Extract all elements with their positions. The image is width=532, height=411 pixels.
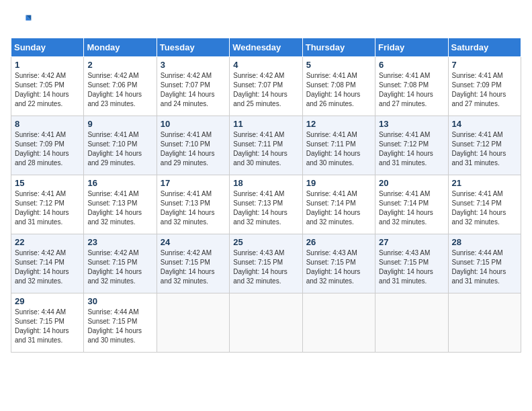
day-info: Sunrise: 4:42 AM Sunset: 7:06 PM Dayligh…: [87, 71, 152, 109]
calendar-day-cell: 5Sunrise: 4:41 AM Sunset: 7:08 PM Daylig…: [302, 57, 375, 116]
day-number: 2: [87, 60, 152, 70]
logo: [11, 11, 35, 32]
calendar-day-cell: 13Sunrise: 4:41 AM Sunset: 7:12 PM Dayli…: [375, 116, 448, 175]
day-number: 9: [87, 119, 152, 129]
calendar-day-cell: 19Sunrise: 4:41 AM Sunset: 7:14 PM Dayli…: [302, 175, 375, 234]
calendar-day-cell: 15Sunrise: 4:41 AM Sunset: 7:12 PM Dayli…: [11, 175, 84, 234]
day-info: Sunrise: 4:41 AM Sunset: 7:09 PM Dayligh…: [15, 130, 80, 168]
calendar-day-cell: 8Sunrise: 4:41 AM Sunset: 7:09 PM Daylig…: [11, 116, 84, 175]
calendar-day-header: Monday: [84, 38, 157, 57]
calendar-day-cell: 2Sunrise: 4:42 AM Sunset: 7:06 PM Daylig…: [84, 57, 157, 116]
day-number: 7: [452, 60, 517, 70]
calendar-day-cell: 14Sunrise: 4:41 AM Sunset: 7:12 PM Dayli…: [448, 116, 521, 175]
day-number: 5: [306, 60, 371, 70]
calendar-empty-cell: [448, 293, 521, 353]
day-number: 6: [379, 60, 444, 70]
calendar-day-cell: 16Sunrise: 4:41 AM Sunset: 7:13 PM Dayli…: [84, 175, 157, 234]
day-number: 21: [452, 178, 517, 188]
day-number: 14: [452, 119, 517, 129]
day-info: Sunrise: 4:42 AM Sunset: 7:14 PM Dayligh…: [15, 248, 80, 286]
day-info: Sunrise: 4:41 AM Sunset: 7:13 PM Dayligh…: [161, 189, 226, 227]
day-number: 13: [379, 119, 444, 129]
calendar-day-cell: 12Sunrise: 4:41 AM Sunset: 7:11 PM Dayli…: [302, 116, 375, 175]
day-info: Sunrise: 4:44 AM Sunset: 7:15 PM Dayligh…: [452, 248, 517, 286]
calendar-empty-cell: [157, 293, 229, 353]
calendar-day-cell: 29Sunrise: 4:44 AM Sunset: 7:15 PM Dayli…: [11, 293, 84, 353]
day-info: Sunrise: 4:44 AM Sunset: 7:15 PM Dayligh…: [87, 308, 152, 345]
day-number: 8: [15, 119, 80, 129]
day-number: 30: [87, 296, 152, 306]
calendar-day-cell: 28Sunrise: 4:44 AM Sunset: 7:15 PM Dayli…: [448, 234, 521, 293]
day-number: 27: [379, 237, 444, 247]
calendar-week-row: 15Sunrise: 4:41 AM Sunset: 7:12 PM Dayli…: [11, 175, 521, 234]
day-number: 24: [161, 237, 226, 247]
calendar-day-cell: 30Sunrise: 4:44 AM Sunset: 7:15 PM Dayli…: [84, 293, 157, 353]
day-info: Sunrise: 4:41 AM Sunset: 7:13 PM Dayligh…: [87, 189, 152, 227]
calendar-day-cell: 24Sunrise: 4:42 AM Sunset: 7:15 PM Dayli…: [157, 234, 229, 293]
day-number: 16: [87, 178, 152, 188]
calendar-day-cell: 1Sunrise: 4:42 AM Sunset: 7:05 PM Daylig…: [11, 57, 84, 116]
day-info: Sunrise: 4:41 AM Sunset: 7:12 PM Dayligh…: [15, 189, 80, 227]
calendar-week-row: 1Sunrise: 4:42 AM Sunset: 7:05 PM Daylig…: [11, 57, 521, 116]
day-info: Sunrise: 4:41 AM Sunset: 7:12 PM Dayligh…: [452, 130, 517, 168]
day-info: Sunrise: 4:42 AM Sunset: 7:15 PM Dayligh…: [87, 248, 152, 286]
day-info: Sunrise: 4:41 AM Sunset: 7:14 PM Dayligh…: [306, 189, 371, 227]
day-info: Sunrise: 4:41 AM Sunset: 7:14 PM Dayligh…: [379, 189, 444, 227]
day-number: 10: [161, 119, 226, 129]
day-info: Sunrise: 4:41 AM Sunset: 7:14 PM Dayligh…: [452, 189, 517, 227]
calendar-day-cell: 4Sunrise: 4:42 AM Sunset: 7:07 PM Daylig…: [230, 57, 302, 116]
day-info: Sunrise: 4:41 AM Sunset: 7:11 PM Dayligh…: [233, 130, 298, 168]
calendar-day-header: Saturday: [448, 38, 521, 57]
calendar-day-cell: 10Sunrise: 4:41 AM Sunset: 7:10 PM Dayli…: [157, 116, 229, 175]
day-number: 25: [233, 237, 298, 247]
day-number: 26: [306, 237, 371, 247]
calendar-day-header: Wednesday: [230, 38, 302, 57]
day-info: Sunrise: 4:42 AM Sunset: 7:15 PM Dayligh…: [161, 248, 226, 286]
day-info: Sunrise: 4:41 AM Sunset: 7:08 PM Dayligh…: [379, 71, 444, 109]
calendar-week-row: 29Sunrise: 4:44 AM Sunset: 7:15 PM Dayli…: [11, 293, 521, 353]
calendar-day-header: Tuesday: [157, 38, 229, 57]
calendar-empty-cell: [375, 293, 448, 353]
day-info: Sunrise: 4:41 AM Sunset: 7:11 PM Dayligh…: [306, 130, 371, 168]
day-number: 17: [161, 178, 226, 188]
day-info: Sunrise: 4:42 AM Sunset: 7:05 PM Dayligh…: [15, 71, 80, 109]
day-info: Sunrise: 4:43 AM Sunset: 7:15 PM Dayligh…: [306, 248, 371, 286]
calendar-week-row: 8Sunrise: 4:41 AM Sunset: 7:09 PM Daylig…: [11, 116, 521, 175]
calendar-day-cell: 17Sunrise: 4:41 AM Sunset: 7:13 PM Dayli…: [157, 175, 229, 234]
day-number: 4: [233, 60, 298, 70]
day-number: 15: [15, 178, 80, 188]
day-info: Sunrise: 4:42 AM Sunset: 7:07 PM Dayligh…: [233, 71, 298, 109]
day-info: Sunrise: 4:41 AM Sunset: 7:08 PM Dayligh…: [306, 71, 371, 109]
day-number: 28: [452, 237, 517, 247]
calendar-empty-cell: [302, 293, 375, 353]
day-info: Sunrise: 4:42 AM Sunset: 7:07 PM Dayligh…: [161, 71, 226, 109]
day-info: Sunrise: 4:41 AM Sunset: 7:10 PM Dayligh…: [87, 130, 152, 168]
calendar-day-cell: 11Sunrise: 4:41 AM Sunset: 7:11 PM Dayli…: [230, 116, 302, 175]
calendar-day-cell: 25Sunrise: 4:43 AM Sunset: 7:15 PM Dayli…: [230, 234, 302, 293]
calendar-header-row: SundayMondayTuesdayWednesdayThursdayFrid…: [11, 38, 521, 57]
calendar-week-row: 22Sunrise: 4:42 AM Sunset: 7:14 PM Dayli…: [11, 234, 521, 293]
calendar-empty-cell: [230, 293, 302, 353]
calendar-day-header: Friday: [375, 38, 448, 57]
calendar-day-cell: 6Sunrise: 4:41 AM Sunset: 7:08 PM Daylig…: [375, 57, 448, 116]
page-header: [11, 11, 521, 32]
day-number: 23: [87, 237, 152, 247]
calendar-day-cell: 22Sunrise: 4:42 AM Sunset: 7:14 PM Dayli…: [11, 234, 84, 293]
day-info: Sunrise: 4:41 AM Sunset: 7:13 PM Dayligh…: [233, 189, 298, 227]
calendar-day-cell: 18Sunrise: 4:41 AM Sunset: 7:13 PM Dayli…: [230, 175, 302, 234]
day-info: Sunrise: 4:41 AM Sunset: 7:12 PM Dayligh…: [379, 130, 444, 168]
calendar-day-cell: 26Sunrise: 4:43 AM Sunset: 7:15 PM Dayli…: [302, 234, 375, 293]
calendar-day-cell: 9Sunrise: 4:41 AM Sunset: 7:10 PM Daylig…: [84, 116, 157, 175]
day-number: 11: [233, 119, 298, 129]
day-number: 3: [161, 60, 226, 70]
calendar-day-cell: 21Sunrise: 4:41 AM Sunset: 7:14 PM Dayli…: [448, 175, 521, 234]
day-info: Sunrise: 4:41 AM Sunset: 7:10 PM Dayligh…: [161, 130, 226, 168]
calendar-day-cell: 23Sunrise: 4:42 AM Sunset: 7:15 PM Dayli…: [84, 234, 157, 293]
day-info: Sunrise: 4:43 AM Sunset: 7:15 PM Dayligh…: [233, 248, 298, 286]
calendar-day-cell: 27Sunrise: 4:43 AM Sunset: 7:15 PM Dayli…: [375, 234, 448, 293]
day-number: 22: [15, 237, 80, 247]
logo-icon: [11, 11, 32, 32]
calendar-table: SundayMondayTuesdayWednesdayThursdayFrid…: [11, 38, 521, 353]
day-number: 29: [15, 296, 80, 306]
calendar-day-header: Sunday: [11, 38, 84, 57]
